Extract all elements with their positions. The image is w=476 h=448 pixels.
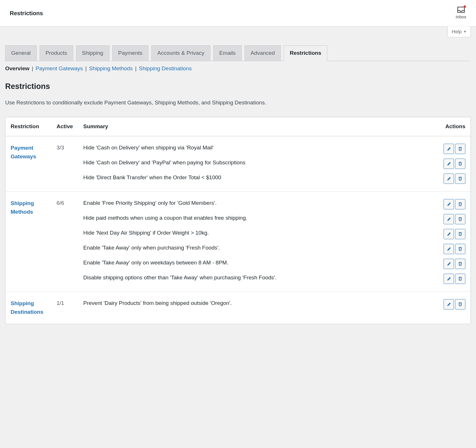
sub-nav-current: Overview [5, 65, 30, 71]
edit-button[interactable] [444, 199, 454, 209]
summary-text: Hide paid methods when using a coupon th… [83, 214, 438, 222]
inbox-button[interactable]: Inbox [456, 6, 466, 20]
summary-text: Enable 'Take Away' only when purchasing … [83, 244, 438, 252]
summary-row: Hide 'Direct Bank Transfer' when the Ord… [83, 174, 465, 184]
edit-button[interactable] [444, 214, 454, 224]
inbox-label: Inbox [456, 14, 466, 20]
tab-shipping[interactable]: Shipping [76, 45, 109, 61]
col-restriction: Restriction [5, 117, 51, 136]
col-summary: Summary [78, 117, 439, 136]
delete-button[interactable] [455, 274, 465, 284]
active-count: 1/1 [51, 291, 78, 324]
trash-icon [458, 147, 463, 151]
summary-row: Hide 'Cash on Delivery' when shipping vi… [83, 144, 465, 154]
restriction-link-shipping-methods[interactable]: ShippingMethods [11, 200, 34, 215]
tab-payments[interactable]: Payments [112, 45, 148, 61]
table-row: PaymentGateways3/3Hide 'Cash on Delivery… [5, 136, 471, 191]
edit-button[interactable] [444, 274, 454, 284]
restrictions-table: Restriction Active Summary Actions Payme… [5, 117, 471, 324]
edit-button[interactable] [444, 144, 454, 154]
sub-nav-link-shipping-methods[interactable]: Shipping Methods [89, 65, 133, 71]
summary-text: Enable 'Take Away' only on weekdays betw… [83, 259, 438, 267]
tab-restrictions[interactable]: Restrictions [284, 45, 327, 61]
pencil-icon [446, 147, 451, 151]
edit-button[interactable] [444, 229, 454, 239]
trash-icon [458, 232, 463, 236]
active-count: 3/3 [51, 136, 78, 191]
delete-button[interactable] [455, 244, 465, 254]
summary-text: Enable 'Free Priority Shipping' only for… [83, 199, 438, 207]
summary-text: Prevent 'Dairy Products' from being ship… [83, 299, 438, 307]
pencil-icon [446, 262, 451, 266]
edit-button[interactable] [444, 299, 454, 309]
summary-row: Hide 'Next Day Air Shipping' if Order We… [83, 229, 465, 239]
summary-text: Hide 'Next Day Air Shipping' if Order We… [83, 229, 438, 237]
active-count: 6/6 [51, 191, 78, 291]
trash-icon [458, 161, 463, 166]
trash-icon [458, 176, 463, 181]
delete-button[interactable] [455, 214, 465, 224]
trash-icon [458, 276, 463, 281]
summary-row: Enable 'Take Away' only when purchasing … [83, 244, 465, 254]
summary-row: Hide paid methods when using a coupon th… [83, 214, 465, 224]
delete-button[interactable] [455, 299, 465, 309]
trash-icon [458, 302, 463, 307]
table-row: ShippingDestinations1/1Prevent 'Dairy Pr… [5, 291, 471, 324]
sub-nav-link-payment-gateways[interactable]: Payment Gateways [36, 65, 83, 71]
delete-button[interactable] [455, 199, 465, 209]
edit-button[interactable] [444, 159, 454, 169]
sub-nav: Overview | Payment Gateways | Shipping M… [5, 65, 471, 73]
tab-general[interactable]: General [5, 45, 37, 61]
pencil-icon [446, 176, 451, 181]
delete-button[interactable] [455, 259, 465, 269]
settings-tabs: GeneralProductsShippingPaymentsAccounts … [5, 45, 471, 61]
summary-text: Hide 'Direct Bank Transfer' when the Ord… [83, 174, 438, 182]
delete-button[interactable] [455, 229, 465, 239]
restriction-link-shipping-destinations[interactable]: ShippingDestinations [11, 300, 43, 315]
trash-icon [458, 217, 463, 221]
summary-row: Prevent 'Dairy Products' from being ship… [83, 299, 465, 309]
help-label: Help [452, 28, 462, 36]
summary-text: Hide 'Cash on Delivery' and 'PayPal' whe… [83, 159, 438, 167]
col-active: Active [51, 117, 78, 136]
col-actions: Actions [439, 117, 471, 136]
notification-dot [464, 5, 466, 8]
inbox-icon [457, 6, 465, 13]
page-title: Restrictions [10, 9, 43, 17]
sub-nav-link-shipping-destinations[interactable]: Shipping Destinations [139, 65, 192, 71]
edit-button[interactable] [444, 244, 454, 254]
pencil-icon [446, 247, 451, 251]
summary-text: Hide 'Cash on Delivery' when shipping vi… [83, 144, 438, 152]
pencil-icon [446, 302, 451, 307]
table-row: ShippingMethods6/6Enable 'Free Priority … [5, 191, 471, 291]
edit-button[interactable] [444, 259, 454, 269]
summary-text: Disable shipping options other than 'Tak… [83, 274, 438, 282]
section-description: Use Restrictions to conditionally exclud… [5, 99, 471, 107]
summary-row: Enable 'Free Priority Shipping' only for… [83, 199, 465, 209]
pencil-icon [446, 161, 451, 166]
summary-row: Enable 'Take Away' only on weekdays betw… [83, 259, 465, 269]
tab-advanced[interactable]: Advanced [245, 45, 281, 61]
pencil-icon [446, 202, 451, 207]
top-bar: Restrictions Inbox [0, 0, 476, 26]
delete-button[interactable] [455, 174, 465, 184]
pencil-icon [446, 232, 451, 236]
restriction-link-payment-gateways[interactable]: PaymentGateways [11, 145, 36, 159]
tab-accounts-privacy[interactable]: Accounts & Privacy [151, 45, 210, 61]
summary-row: Hide 'Cash on Delivery' and 'PayPal' whe… [83, 159, 465, 169]
summary-row: Disable shipping options other than 'Tak… [83, 274, 465, 284]
tab-products[interactable]: Products [40, 45, 73, 61]
chevron-down-icon: ▼ [463, 29, 467, 34]
section-heading: Restrictions [5, 81, 471, 92]
edit-button[interactable] [444, 174, 454, 184]
delete-button[interactable] [455, 159, 465, 169]
delete-button[interactable] [455, 144, 465, 154]
trash-icon [458, 262, 463, 266]
pencil-icon [446, 276, 451, 281]
trash-icon [458, 202, 463, 207]
help-toggle[interactable]: Help ▼ [447, 26, 471, 38]
pencil-icon [446, 217, 451, 221]
trash-icon [458, 247, 463, 251]
tab-emails[interactable]: Emails [213, 45, 242, 61]
